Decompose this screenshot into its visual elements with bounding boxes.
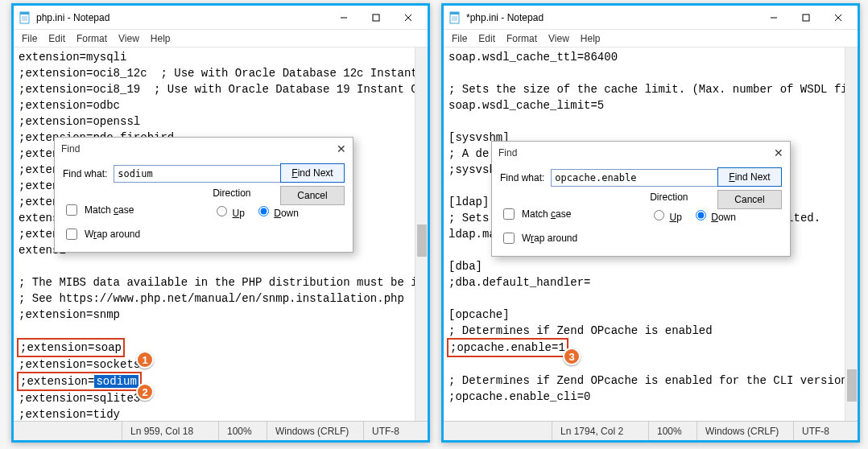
titlebar[interactable]: *php.ini - Notepad — [444, 6, 858, 30]
status-zoom: 100% — [218, 422, 267, 440]
svg-rect-10 — [450, 12, 459, 14]
highlight-soap: ;extension=soap — [17, 338, 125, 357]
find-dialog-left[interactable]: Find ✕ Find what: Find Next Cancel Match… — [54, 137, 353, 253]
menu-format[interactable]: Format — [75, 31, 109, 46]
minimize-button[interactable] — [758, 6, 790, 29]
find-what-label: Find what: — [500, 172, 544, 183]
cancel-button[interactable]: Cancel — [280, 186, 345, 205]
menubar: File Edit Format View Help — [14, 30, 428, 47]
direction-up-radio[interactable]: Up — [650, 208, 682, 223]
status-encoding: UTF-8 — [363, 422, 428, 440]
status-spacer — [14, 422, 122, 440]
status-spacer — [444, 422, 552, 440]
scroll-thumb[interactable] — [417, 224, 427, 257]
find-dialog-right[interactable]: Find ✕ Find what: Find Next Cancel Match… — [491, 141, 791, 257]
highlight-opcache-enable: ;opcache.enable=1 — [447, 338, 568, 357]
cancel-button[interactable]: Cancel — [717, 190, 782, 209]
titlebar[interactable]: php.ini - Notepad — [14, 6, 428, 30]
menu-file[interactable]: File — [20, 31, 39, 46]
find-title-text: Find — [498, 147, 517, 159]
status-position: Ln 1794, Col 2 — [552, 422, 648, 440]
find-next-button[interactable]: Find Next — [280, 163, 345, 183]
match-case-checkbox[interactable]: Match case — [500, 206, 577, 222]
maximize-button[interactable] — [360, 6, 392, 29]
svg-rect-6 — [373, 14, 379, 21]
statusbar: Ln 959, Col 18 100% Windows (CRLF) UTF-8 — [14, 421, 428, 440]
menu-help[interactable]: Help — [579, 31, 602, 46]
notepad-icon — [448, 11, 461, 24]
menu-edit[interactable]: Edit — [477, 31, 497, 46]
notepad-icon — [19, 11, 31, 24]
close-icon[interactable]: ✕ — [337, 142, 346, 155]
find-what-label: Find what: — [63, 168, 107, 179]
window-title: *php.ini - Notepad — [466, 12, 758, 23]
callout-3: 3 — [563, 348, 581, 365]
menu-view[interactable]: View — [117, 31, 141, 46]
highlight-sodium: ;extension=sodium — [17, 372, 142, 391]
svg-rect-15 — [803, 14, 809, 21]
status-eol: Windows (CRLF) — [696, 422, 793, 440]
vertical-scrollbar[interactable] — [415, 47, 428, 421]
status-position: Ln 959, Col 18 — [122, 422, 218, 440]
status-encoding: UTF-8 — [793, 422, 858, 440]
wrap-around-checkbox[interactable]: Wrap around — [500, 230, 577, 246]
find-titlebar[interactable]: Find ✕ — [492, 142, 790, 164]
window-title: php.ini - Notepad — [36, 12, 328, 23]
status-eol: Windows (CRLF) — [267, 422, 363, 440]
direction-up-radio[interactable]: Up — [213, 204, 245, 219]
minimize-button[interactable] — [328, 6, 360, 29]
close-button[interactable] — [822, 6, 854, 29]
menu-file[interactable]: File — [450, 31, 469, 46]
scroll-thumb[interactable] — [847, 369, 857, 402]
menu-format[interactable]: Format — [505, 31, 539, 46]
find-titlebar[interactable]: Find ✕ — [55, 138, 353, 160]
wrap-around-checkbox[interactable]: Wrap around — [63, 226, 140, 242]
close-button[interactable] — [392, 6, 424, 29]
callout-1: 1 — [136, 351, 154, 369]
window-controls — [758, 6, 854, 29]
menu-edit[interactable]: Edit — [47, 31, 67, 46]
callout-2: 2 — [136, 383, 154, 401]
status-zoom: 100% — [648, 422, 696, 440]
find-next-button[interactable]: Find Next — [717, 167, 782, 187]
menu-view[interactable]: View — [547, 31, 571, 46]
find-title-text: Find — [61, 143, 80, 154]
match-case-checkbox[interactable]: Match case — [63, 202, 140, 218]
window-controls — [328, 6, 424, 29]
svg-rect-1 — [20, 12, 29, 14]
close-icon[interactable]: ✕ — [774, 146, 783, 159]
menu-help[interactable]: Help — [149, 31, 172, 46]
vertical-scrollbar[interactable] — [845, 47, 858, 421]
maximize-button[interactable] — [790, 6, 822, 29]
menubar: File Edit Format View Help — [444, 30, 858, 47]
selected-text: sodium — [94, 375, 138, 388]
statusbar: Ln 1794, Col 2 100% Windows (CRLF) UTF-8 — [444, 421, 858, 440]
